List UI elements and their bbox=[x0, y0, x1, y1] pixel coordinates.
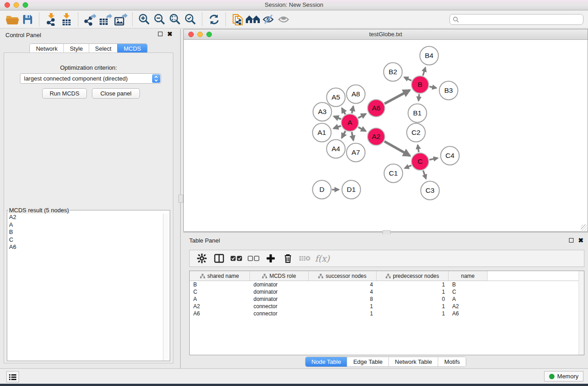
graph-node-A8[interactable]: A8 bbox=[347, 85, 365, 104]
graph-node-C1[interactable]: C1 bbox=[384, 164, 403, 183]
graph-node-A2[interactable]: A2 bbox=[368, 128, 385, 145]
graph-node-C3[interactable]: C3 bbox=[421, 181, 440, 200]
table-cell[interactable]: 4 bbox=[309, 281, 377, 288]
table-cell[interactable]: 1 bbox=[377, 289, 449, 295]
table-cell[interactable]: dominator bbox=[250, 296, 309, 302]
graph-node-C4[interactable]: C4 bbox=[441, 147, 459, 165]
graph-edge-A-A5[interactable] bbox=[342, 108, 345, 114]
export-image-icon[interactable] bbox=[113, 12, 129, 27]
criterion-dropdown[interactable]: largest connected component (directed) bbox=[20, 73, 161, 84]
close-panel-icon[interactable]: ✖ bbox=[167, 32, 172, 36]
table-scrollbar[interactable] bbox=[578, 271, 584, 355]
table-cell[interactable]: 1 bbox=[377, 281, 449, 288]
graph-node-C2[interactable]: C2 bbox=[407, 124, 425, 142]
table-row[interactable]: Adominator80A bbox=[190, 295, 584, 303]
graph-node-A3[interactable]: A3 bbox=[313, 103, 332, 121]
export-network-icon[interactable] bbox=[82, 12, 98, 27]
table-cell[interactable]: A bbox=[190, 296, 250, 302]
tab-style[interactable]: Style bbox=[63, 44, 89, 53]
graph-node-A5[interactable]: A5 bbox=[327, 88, 345, 107]
graph-node-B3[interactable]: B3 bbox=[440, 81, 458, 100]
graph-edge-B-B3[interactable] bbox=[430, 86, 437, 88]
graph-edge-A-A1[interactable] bbox=[334, 126, 341, 129]
refresh-layout-icon[interactable] bbox=[206, 12, 222, 27]
graph-node-A4[interactable]: A4 bbox=[327, 140, 345, 158]
delete-column-icon[interactable] bbox=[279, 252, 296, 265]
table-cell[interactable]: B bbox=[190, 281, 250, 288]
graph-edge-A-A2[interactable] bbox=[359, 127, 366, 131]
graph-edge-A-A7[interactable] bbox=[352, 132, 354, 140]
table-cell[interactable]: A6 bbox=[190, 310, 250, 317]
search-field[interactable] bbox=[449, 14, 583, 25]
graph-edge-B-B2[interactable] bbox=[404, 77, 411, 81]
task-history-button[interactable] bbox=[6, 371, 19, 382]
zoom-selected-icon[interactable] bbox=[183, 12, 198, 27]
graph-node-A[interactable]: A bbox=[341, 114, 359, 131]
graph-edge-B-B1[interactable] bbox=[419, 94, 419, 101]
resize-grip-icon[interactable] bbox=[581, 224, 587, 231]
result-list-item[interactable]: A bbox=[7, 221, 163, 229]
export-table-icon[interactable] bbox=[98, 12, 113, 27]
result-list-item[interactable]: B bbox=[7, 229, 163, 236]
tab-network-table[interactable]: Network Table bbox=[388, 357, 438, 367]
clone-network-icon[interactable] bbox=[230, 12, 245, 27]
column-header-shared-name[interactable]: shared name bbox=[190, 271, 250, 281]
table-cell[interactable]: 8 bbox=[309, 296, 377, 302]
graph-edge-C-C2[interactable] bbox=[418, 145, 419, 152]
table-row[interactable]: A6connector11A6 bbox=[190, 310, 584, 317]
graph-node-D1[interactable]: D1 bbox=[342, 181, 361, 199]
table-cell[interactable]: C bbox=[190, 289, 250, 295]
tab-node-table[interactable]: Node Table bbox=[306, 357, 347, 367]
close-panel-button[interactable]: Close panel bbox=[92, 88, 140, 99]
table-cell[interactable]: dominator bbox=[250, 289, 309, 295]
graph-node-C[interactable]: C bbox=[411, 153, 429, 170]
column-header-name[interactable]: name bbox=[449, 271, 488, 281]
import-table-icon[interactable] bbox=[59, 12, 74, 27]
graph-node-B2[interactable]: B2 bbox=[384, 63, 402, 81]
graph-edge-A-A8[interactable] bbox=[352, 106, 353, 114]
column-header-successor-nodes[interactable]: successor nodes bbox=[309, 271, 377, 281]
graph-edge-A6-B[interactable] bbox=[385, 90, 410, 104]
graph-node-A6[interactable]: A6 bbox=[368, 100, 385, 117]
table-cell[interactable]: connector bbox=[250, 310, 309, 317]
unselect-all-columns-icon[interactable] bbox=[245, 252, 262, 265]
zoom-out-icon[interactable] bbox=[152, 12, 167, 27]
split-view-icon[interactable] bbox=[210, 252, 228, 265]
graph-edge-B-B4[interactable] bbox=[423, 67, 425, 76]
graph-node-D[interactable]: D bbox=[313, 181, 331, 199]
table-cell[interactable]: 1 bbox=[309, 303, 377, 310]
tab-edge-table[interactable]: Edge Table bbox=[347, 357, 388, 367]
table-cell[interactable]: dominator bbox=[250, 281, 309, 288]
result-list-item[interactable]: A6 bbox=[7, 243, 163, 251]
close-table-panel-icon[interactable]: ✖ bbox=[578, 238, 583, 243]
result-list-scrollbar[interactable] bbox=[163, 214, 170, 361]
float-panel-icon[interactable] bbox=[158, 32, 163, 36]
zoom-fit-icon[interactable] bbox=[167, 12, 183, 27]
graph-node-B4[interactable]: B4 bbox=[420, 47, 439, 65]
graph-node-B[interactable]: B bbox=[411, 76, 429, 93]
float-table-panel-icon[interactable] bbox=[569, 238, 574, 243]
vertical-split-handle[interactable] bbox=[178, 195, 183, 203]
import-network-icon[interactable] bbox=[43, 12, 59, 27]
table-cell[interactable]: connector bbox=[250, 303, 309, 310]
tab-network[interactable]: Network bbox=[30, 44, 63, 53]
table-cell[interactable]: 1 bbox=[377, 310, 449, 317]
table-cell[interactable]: 1 bbox=[309, 310, 377, 317]
table-cell[interactable]: C bbox=[449, 289, 488, 295]
add-column-icon[interactable] bbox=[262, 252, 279, 265]
table-row[interactable]: Bdominator41B bbox=[190, 281, 584, 288]
table-settings-icon[interactable] bbox=[193, 252, 210, 265]
table-cell[interactable]: A2 bbox=[449, 303, 488, 310]
column-header-predecessor-nodes[interactable]: predecessor nodes bbox=[377, 271, 449, 281]
result-list-item[interactable]: C bbox=[7, 236, 163, 244]
show-hide-graphics-icon[interactable] bbox=[261, 12, 276, 27]
graph-edge-A2-C[interactable] bbox=[384, 141, 410, 156]
table-row[interactable]: A2connector11A2 bbox=[190, 303, 584, 310]
show-graphics-details-icon[interactable] bbox=[276, 12, 292, 27]
run-mcds-button[interactable]: Run MCDS bbox=[42, 88, 87, 99]
graph-edge-A-A4[interactable] bbox=[342, 131, 345, 138]
table-cell[interactable]: 1 bbox=[377, 303, 449, 310]
table-cell[interactable]: A bbox=[449, 296, 488, 302]
graph-edge-A-A3[interactable] bbox=[334, 116, 341, 119]
graph-edge-A-A6[interactable] bbox=[358, 114, 366, 118]
